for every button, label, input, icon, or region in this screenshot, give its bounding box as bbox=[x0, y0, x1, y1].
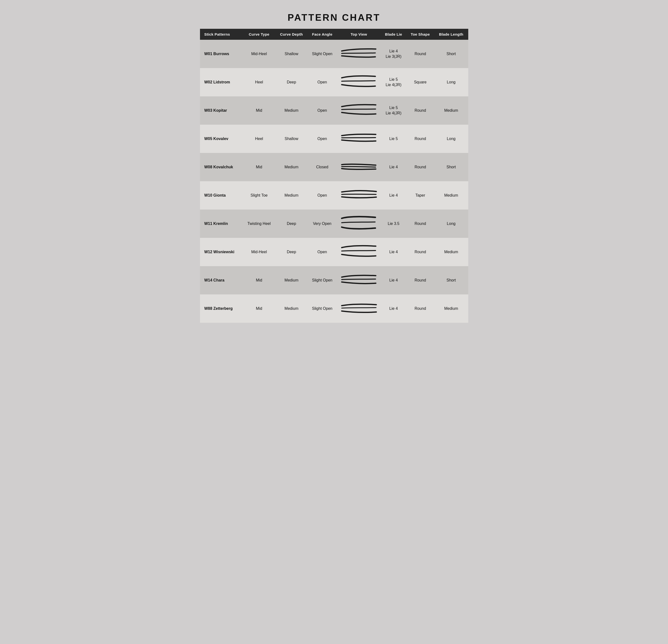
cell-toe-shape: Round bbox=[406, 295, 434, 323]
table-header-row: Stick Patterns Curve Type Curve Depth Fa… bbox=[200, 29, 468, 40]
cell-curve-depth: Medium bbox=[275, 266, 307, 295]
cell-top-view bbox=[337, 68, 381, 96]
cell-face-angle: Open bbox=[307, 96, 337, 125]
cell-blade-lie: Lie 5 bbox=[381, 125, 406, 153]
cell-face-angle: Slight Open bbox=[307, 40, 337, 68]
cell-toe-shape: Round bbox=[406, 40, 434, 68]
table-row: W14 CharaMidMediumSlight Open Lie 4Round… bbox=[200, 266, 468, 295]
cell-curve-depth: Medium bbox=[275, 96, 307, 125]
cell-blade-length: Short bbox=[434, 153, 468, 181]
cell-blade-length: Long bbox=[434, 210, 468, 238]
cell-toe-shape: Round bbox=[406, 96, 434, 125]
cell-curve-depth: Deep bbox=[275, 68, 307, 96]
cell-toe-shape: Round bbox=[406, 125, 434, 153]
cell-pattern: W03 Kopitar bbox=[200, 96, 243, 125]
cell-face-angle: Open bbox=[307, 238, 337, 266]
cell-face-angle: Closed bbox=[307, 153, 337, 181]
cell-curve-type: Slight Toe bbox=[243, 181, 275, 210]
cell-curve-depth: Deep bbox=[275, 210, 307, 238]
cell-pattern: W10 Gionta bbox=[200, 181, 243, 210]
cell-curve-depth: Shallow bbox=[275, 40, 307, 68]
table-row: W12 WisniewskiMid-HeelDeepOpen Lie 4Roun… bbox=[200, 238, 468, 266]
cell-curve-type: Twisting Heel bbox=[243, 210, 275, 238]
cell-blade-lie: Lie 5Lie 4(JR) bbox=[381, 68, 406, 96]
table-row: W03 KopitarMidMediumOpen Lie 5Lie 4(JR)R… bbox=[200, 96, 468, 125]
table-row: W88 ZetterbergMidMediumSlight Open Lie 4… bbox=[200, 295, 468, 323]
cell-curve-depth: Shallow bbox=[275, 125, 307, 153]
cell-top-view bbox=[337, 125, 381, 153]
cell-face-angle: Open bbox=[307, 125, 337, 153]
cell-blade-length: Medium bbox=[434, 181, 468, 210]
col-header-pattern: Stick Patterns bbox=[200, 29, 243, 40]
cell-blade-length: Long bbox=[434, 68, 468, 96]
cell-curve-depth: Medium bbox=[275, 295, 307, 323]
cell-blade-lie: Lie 4 bbox=[381, 295, 406, 323]
col-header-curve-type: Curve Type bbox=[243, 29, 275, 40]
cell-blade-lie: Lie 4 bbox=[381, 181, 406, 210]
col-header-blade-length: Blade Length bbox=[434, 29, 468, 40]
cell-blade-lie: Lie 4 bbox=[381, 238, 406, 266]
col-header-curve-depth: Curve Depth bbox=[275, 29, 307, 40]
table-row: W11 KremlinTwisting HeelDeepVery Open Li… bbox=[200, 210, 468, 238]
cell-curve-type: Mid bbox=[243, 153, 275, 181]
cell-pattern: W88 Zetterberg bbox=[200, 295, 243, 323]
cell-curve-depth: Medium bbox=[275, 181, 307, 210]
cell-curve-depth: Medium bbox=[275, 153, 307, 181]
cell-blade-length: Medium bbox=[434, 238, 468, 266]
chart-container: PATTERN CHART Stick Patterns Curve Type … bbox=[200, 7, 468, 323]
cell-curve-depth: Deep bbox=[275, 238, 307, 266]
cell-blade-length: Short bbox=[434, 266, 468, 295]
cell-curve-type: Mid-Heel bbox=[243, 238, 275, 266]
cell-toe-shape: Round bbox=[406, 153, 434, 181]
cell-blade-length: Long bbox=[434, 125, 468, 153]
cell-curve-type: Heel bbox=[243, 125, 275, 153]
cell-blade-length: Medium bbox=[434, 295, 468, 323]
table-row: W08 KovalchukMidMediumClosed Lie 4RoundS… bbox=[200, 153, 468, 181]
cell-pattern: W05 Kovalev bbox=[200, 125, 243, 153]
cell-curve-type: Mid bbox=[243, 266, 275, 295]
cell-blade-length: Medium bbox=[434, 96, 468, 125]
cell-pattern: W14 Chara bbox=[200, 266, 243, 295]
cell-top-view bbox=[337, 266, 381, 295]
cell-face-angle: Slight Open bbox=[307, 266, 337, 295]
cell-curve-type: Heel bbox=[243, 68, 275, 96]
cell-face-angle: Open bbox=[307, 68, 337, 96]
col-header-face-angle: Face Angle bbox=[307, 29, 337, 40]
cell-blade-lie: Lie 4 bbox=[381, 266, 406, 295]
col-header-toe-shape: Toe Shape bbox=[406, 29, 434, 40]
cell-top-view bbox=[337, 295, 381, 323]
cell-blade-lie: Lie 5Lie 4(JR) bbox=[381, 96, 406, 125]
cell-pattern: W08 Kovalchuk bbox=[200, 153, 243, 181]
cell-toe-shape: Round bbox=[406, 238, 434, 266]
cell-pattern: W12 Wisniewski bbox=[200, 238, 243, 266]
chart-title: PATTERN CHART bbox=[200, 7, 468, 29]
cell-face-angle: Open bbox=[307, 181, 337, 210]
cell-curve-type: Mid bbox=[243, 96, 275, 125]
cell-blade-length: Short bbox=[434, 40, 468, 68]
cell-top-view bbox=[337, 40, 381, 68]
table-row: W01 BurrowsMid-HeelShallowSlight Open Li… bbox=[200, 40, 468, 68]
cell-top-view bbox=[337, 238, 381, 266]
cell-blade-lie: Lie 3.5 bbox=[381, 210, 406, 238]
cell-toe-shape: Round bbox=[406, 266, 434, 295]
cell-top-view bbox=[337, 96, 381, 125]
cell-face-angle: Slight Open bbox=[307, 295, 337, 323]
cell-top-view bbox=[337, 153, 381, 181]
cell-curve-type: Mid bbox=[243, 295, 275, 323]
cell-top-view bbox=[337, 210, 381, 238]
table-row: W10 GiontaSlight ToeMediumOpen Lie 4Tape… bbox=[200, 181, 468, 210]
cell-toe-shape: Taper bbox=[406, 181, 434, 210]
pattern-table: Stick Patterns Curve Type Curve Depth Fa… bbox=[200, 29, 468, 323]
cell-blade-lie: Lie 4 bbox=[381, 153, 406, 181]
cell-blade-lie: Lie 4Lie 3(JR) bbox=[381, 40, 406, 68]
cell-pattern: W02 Lidstrom bbox=[200, 68, 243, 96]
col-header-top-view: Top View bbox=[337, 29, 381, 40]
cell-face-angle: Very Open bbox=[307, 210, 337, 238]
cell-pattern: W11 Kremlin bbox=[200, 210, 243, 238]
cell-pattern: W01 Burrows bbox=[200, 40, 243, 68]
cell-top-view bbox=[337, 181, 381, 210]
table-row: W05 KovalevHeelShallowOpen Lie 5RoundLon… bbox=[200, 125, 468, 153]
cell-toe-shape: Round bbox=[406, 210, 434, 238]
cell-toe-shape: Square bbox=[406, 68, 434, 96]
col-header-blade-lie: Blade Lie bbox=[381, 29, 406, 40]
